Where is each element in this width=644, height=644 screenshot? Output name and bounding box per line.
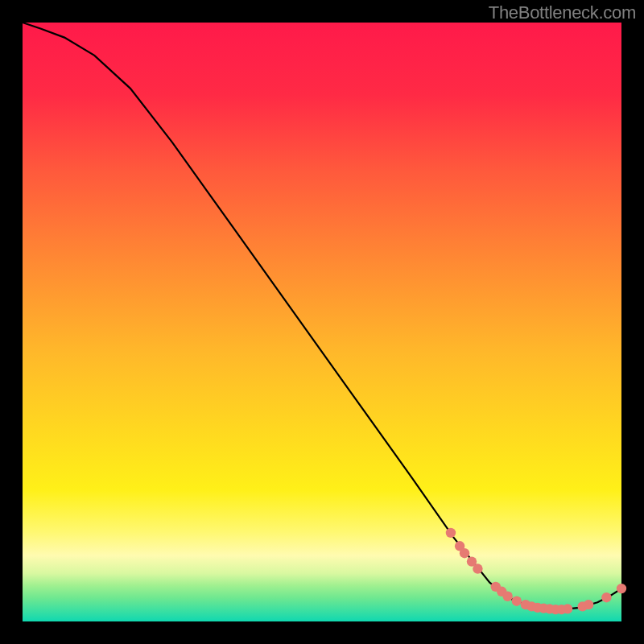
data-marker — [584, 600, 593, 609]
data-marker — [446, 528, 456, 538]
chart-svg — [0, 0, 644, 644]
data-marker — [502, 592, 512, 601]
data-marker — [563, 604, 572, 613]
data-marker — [473, 564, 482, 573]
chart-container: TheBottleneck.com — [0, 0, 644, 644]
data-marker — [617, 584, 626, 593]
data-marker — [601, 592, 611, 602]
plot-background — [23, 23, 621, 621]
data-marker — [460, 548, 469, 558]
watermark-text: TheBottleneck.com — [489, 2, 636, 23]
data-marker — [512, 597, 522, 606]
